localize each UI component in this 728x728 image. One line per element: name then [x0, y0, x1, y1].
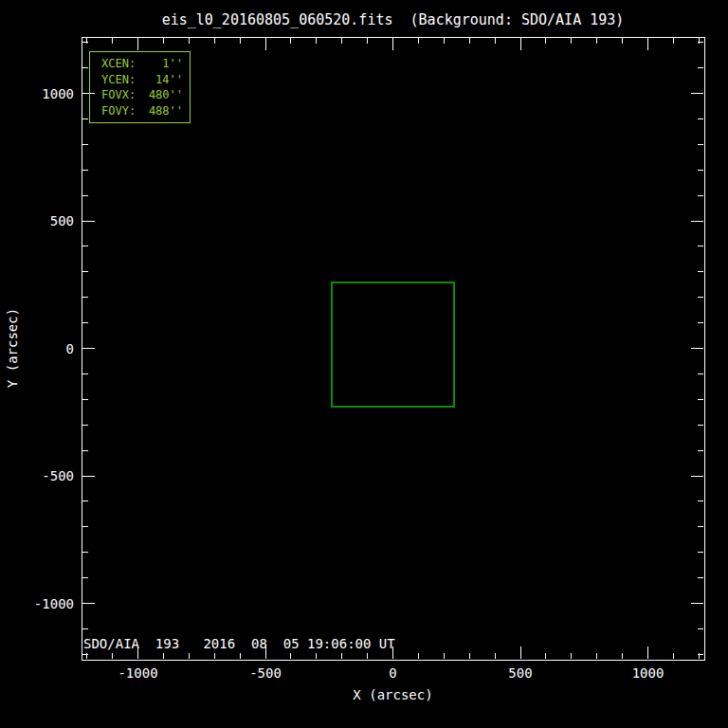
x-axis-tick-label: 1000 [632, 665, 664, 681]
legend-value: 488'' [149, 104, 183, 118]
legend-row: YCEN:14'' [101, 73, 183, 86]
legend-row: FOVX:480'' [101, 88, 183, 101]
y-axis-tick-label: 1000 [0, 86, 74, 101]
legend-value: 1'' [149, 57, 183, 70]
legend-value: 14'' [149, 73, 183, 86]
y-axis-tick-label: -1000 [0, 596, 74, 611]
y-axis-tick-label: 500 [0, 213, 74, 228]
legend-key: FOVX: [101, 88, 136, 101]
legend-key: YCEN: [101, 73, 136, 86]
fov-plot-figure: eis_l0_20160805_060520.fits (Background:… [0, 0, 728, 728]
legend-key: FOVY: [101, 104, 136, 118]
x-axis-tick-label: 0 [389, 665, 396, 681]
plot-border [82, 37, 704, 660]
legend-key: XCEN: [101, 57, 136, 70]
pointing-legend-box: XCEN:1''YCEN:14''FOVX:480''FOVY:488'' [89, 51, 191, 123]
x-axis-label: X (arcsec) [82, 687, 704, 702]
background-image-caption: SDO/AIA 193 2016 08 05 19:06:00 UT [83, 636, 395, 651]
plot-title: eis_l0_20160805_060520.fits (Background:… [82, 11, 704, 28]
x-axis-tick-label: -1000 [118, 665, 157, 681]
x-axis-tick-label: -500 [249, 665, 282, 681]
eis-fov-box [332, 282, 454, 407]
x-axis-tick-label: 500 [508, 665, 532, 681]
legend-row: FOVY:488'' [101, 104, 183, 118]
legend-row: XCEN:1'' [101, 57, 183, 70]
y-axis-tick-label: 0 [0, 341, 74, 356]
y-axis-tick-label: -500 [0, 468, 74, 483]
legend-value: 480'' [149, 88, 183, 101]
